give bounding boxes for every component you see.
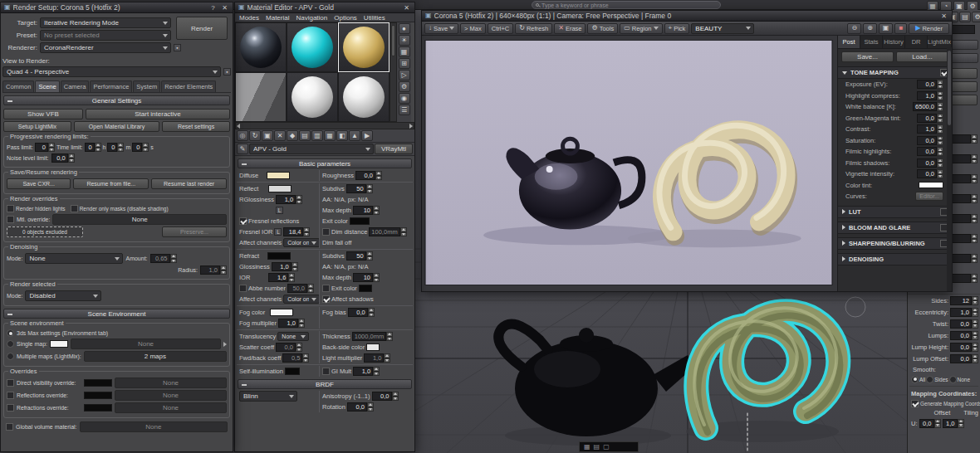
preset-dropdown[interactable]: No preset selected xyxy=(40,30,171,41)
refract-max-depth-spinner[interactable]: 10 xyxy=(353,273,380,282)
brdf-rollout[interactable]: BRDF xyxy=(238,379,412,389)
vfb-tools-button[interactable]: ⚙Tools xyxy=(587,23,618,34)
global-volume-checkbox[interactable] xyxy=(6,423,13,431)
glossiness-lock-button[interactable]: L xyxy=(276,207,283,214)
options-icon[interactable]: ⚙ xyxy=(399,81,410,92)
fog-color-swatch[interactable] xyxy=(270,309,293,316)
exposure-spinner[interactable]: 0,0 xyxy=(917,80,943,89)
fresnel-ior-lock-button[interactable]: L xyxy=(274,228,282,236)
twist-spinner[interactable]: 0,0 xyxy=(950,319,978,329)
vfb-titlebar[interactable]: ▣ Corona 5 (Hotfix 2) | 640×480px (1:1) … xyxy=(422,11,952,22)
parameter-spinner[interactable] xyxy=(949,214,978,223)
pick-material-icon[interactable]: ✎ xyxy=(237,144,248,154)
lut-section-header[interactable]: LUT xyxy=(838,206,952,218)
render-hidden-lights-checkbox[interactable] xyxy=(7,205,14,212)
refract-subdivs-spinner[interactable]: 50 xyxy=(346,251,373,261)
refractions-override-checkbox[interactable] xyxy=(7,404,14,412)
mtl-override-button[interactable]: None xyxy=(52,214,227,225)
reflections-override-swatch[interactable] xyxy=(84,392,112,399)
vignette-spinner[interactable]: 0,0 xyxy=(917,169,943,178)
render-setup-close-icon[interactable]: ✕ xyxy=(220,4,229,12)
render-button[interactable]: Render xyxy=(176,17,228,40)
backlight-icon[interactable]: ☀ xyxy=(399,35,410,46)
mtl-override-checkbox[interactable] xyxy=(7,216,14,223)
sample-slots-hscrollbar[interactable] xyxy=(235,122,414,129)
reflections-override-checkbox[interactable] xyxy=(7,392,14,399)
vfb-render-button[interactable]: ▶Render xyxy=(909,23,949,34)
single-map-button[interactable]: None xyxy=(71,339,221,349)
parameter-spinner[interactable] xyxy=(949,254,978,263)
parameter-spinner[interactable] xyxy=(949,134,978,144)
menu-modes[interactable]: Modes xyxy=(239,14,259,22)
menu-navigation[interactable]: Navigation xyxy=(296,14,327,22)
sample-slot-5[interactable] xyxy=(287,72,338,122)
general-settings-rollout[interactable]: General Settings xyxy=(3,95,230,105)
vfb-max-button[interactable]: > Max xyxy=(460,23,486,34)
reflections-override-button[interactable]: None xyxy=(115,390,227,401)
brdf-type-dropdown[interactable]: Blinn xyxy=(239,391,297,402)
vfb-zoom-out-button[interactable]: ⊖ xyxy=(847,23,861,34)
scatter-coeff-spinner[interactable]: 0,0 xyxy=(276,343,302,352)
save-cxr-button[interactable]: Save CXR... xyxy=(7,178,71,189)
global-volume-button[interactable]: None xyxy=(80,421,228,432)
direct-visibility-button[interactable]: None xyxy=(115,378,227,388)
renderer-lock-icon[interactable]: ▪ xyxy=(174,44,181,51)
reflect-color-swatch[interactable] xyxy=(268,185,292,192)
filmic-shadows-spinner[interactable]: 0,0 xyxy=(917,158,943,168)
self-illum-mult-spinner[interactable]: 1,0 xyxy=(353,367,380,376)
sample-slot-1[interactable] xyxy=(235,22,287,72)
show-vfb-button[interactable]: Show VFB xyxy=(3,109,83,119)
refractions-override-swatch[interactable] xyxy=(84,404,112,412)
reflect-subdivs-spinner[interactable]: 50 xyxy=(346,184,373,193)
basic-parameters-rollout[interactable]: Basic parameters xyxy=(238,158,412,168)
parameter-spinner[interactable] xyxy=(949,174,978,183)
go-to-parent-icon[interactable]: ▲ xyxy=(349,130,360,141)
rotation-spinner[interactable]: 0,0 xyxy=(347,402,374,412)
pass-limit-spinner[interactable]: 0 xyxy=(35,143,55,152)
single-map-expand-icon[interactable] xyxy=(223,342,227,347)
roughness-spinner[interactable]: 0,0 xyxy=(355,171,382,180)
anisotropy-spinner[interactable]: 0,0 xyxy=(372,392,399,401)
eccentricity-spinner[interactable]: 1,0 xyxy=(950,308,978,317)
smooth-none-radio[interactable] xyxy=(949,376,957,383)
fog-bias-spinner[interactable]: 0,0 xyxy=(348,308,375,317)
show-map-in-viewport-icon[interactable]: ▦ xyxy=(324,130,336,141)
single-map-color-swatch[interactable] xyxy=(50,340,68,348)
contrast-spinner[interactable]: 1,0 xyxy=(917,124,943,134)
reflect-affect-channels-dropdown[interactable]: Color only xyxy=(283,238,320,247)
popup-icon-2[interactable]: ▤ xyxy=(594,444,600,451)
tab-post[interactable]: Post xyxy=(838,36,860,48)
fresnel-reflections-checkbox[interactable] xyxy=(239,217,247,225)
material-editor-close-icon[interactable]: ✕ xyxy=(402,4,411,12)
direct-visibility-checkbox[interactable] xyxy=(7,379,14,387)
sharpening-section-header[interactable]: SHARPENING/BLURRING xyxy=(838,237,952,250)
objects-excluded-button[interactable]: 0 objects excluded xyxy=(7,226,83,237)
sample-slot-2[interactable] xyxy=(287,22,338,72)
ior-spinner[interactable]: 1,6 xyxy=(268,273,295,282)
vfb-stop-button[interactable]: ■ xyxy=(894,23,907,34)
popup-icon-3[interactable]: ▢ xyxy=(603,444,610,451)
reflect-max-depth-spinner[interactable]: 10 xyxy=(353,206,380,215)
get-material-icon[interactable]: ◎ xyxy=(237,130,248,141)
highlight-compress-spinner[interactable]: 1,0 xyxy=(917,91,943,100)
vfb-zoom-in-button[interactable]: ⊕ xyxy=(863,23,877,34)
vfb-region-button[interactable]: ▭Region xyxy=(620,23,662,34)
fwd-back-coeff-spinner[interactable]: 0,5 xyxy=(282,353,309,363)
resume-from-file-button[interactable]: Resume from file... xyxy=(73,178,149,189)
vfb-load-settings-button[interactable]: Load... xyxy=(896,51,948,62)
scroll-left-icon[interactable] xyxy=(237,124,240,129)
mini-popup[interactable]: ▦ ▤ ▢ xyxy=(579,441,639,452)
material-map-navigator-icon[interactable]: ☰ xyxy=(399,105,410,115)
filmic-highlights-spinner[interactable]: 0,0 xyxy=(917,147,943,156)
preserve-button[interactable]: Preserve... xyxy=(162,226,227,237)
multi-map-button[interactable]: 2 maps xyxy=(84,351,227,362)
diffuse-color-swatch[interactable] xyxy=(267,172,290,179)
vfb-erase-button[interactable]: ✕Erase xyxy=(554,23,586,34)
resume-last-render-button[interactable]: Resume last render xyxy=(151,178,227,189)
tab-lightmix[interactable]: LightMix xyxy=(928,36,952,48)
select-by-material-icon[interactable]: ◉ xyxy=(399,93,410,104)
menu-options[interactable]: Options xyxy=(334,14,357,22)
abbe-number-spinner[interactable]: 50,0 xyxy=(287,284,314,293)
assign-to-selection-icon[interactable]: ▣ xyxy=(262,130,273,141)
render-setup-help-icon[interactable]: ? xyxy=(208,4,218,12)
